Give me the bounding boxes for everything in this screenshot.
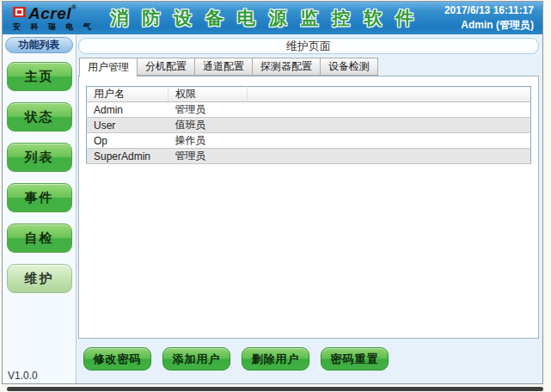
table-header-row: 用户名 权限 — [87, 87, 531, 102]
tab-extension-config[interactable]: 分机配置 — [138, 58, 195, 76]
table-row[interactable]: Op 操作员 — [87, 133, 531, 149]
sidebar-item-home[interactable]: 主页 — [7, 62, 72, 91]
cell-permission: 管理员 — [168, 102, 248, 118]
add-user-button[interactable]: 添加用户 — [162, 347, 230, 371]
app-window: Acrel ® 安 科 瑞 电 气 消 防 设 备 电 源 监 控 软 件 20… — [0, 0, 551, 392]
delete-user-button[interactable]: 删除用户 — [242, 347, 309, 371]
change-password-button[interactable]: 修改密码 — [83, 347, 151, 371]
column-header-username: 用户名 — [87, 87, 168, 102]
app-title: 消 防 设 备 电 源 监 控 软 件 — [111, 6, 419, 30]
user-table: 用户名 权限 Admin 管理员 — [86, 86, 531, 164]
cell-permission: 值班员 — [168, 118, 248, 133]
column-header-empty — [248, 87, 531, 102]
column-header-permission: 权限 — [168, 87, 248, 102]
tab-device-check[interactable]: 设备检测 — [321, 58, 378, 76]
table-row[interactable]: Admin 管理员 — [87, 102, 531, 118]
current-user-label: Admin (管理员) — [444, 18, 534, 33]
sidebar-item-selftest[interactable]: 自检 — [7, 224, 72, 253]
window-shadow — [7, 387, 543, 391]
version-label: V1.0.0 — [8, 370, 38, 382]
sidebar-header: 功能列表 — [5, 37, 73, 53]
tab-channel-config[interactable]: 通道配置 — [195, 58, 253, 76]
registered-mark: ® — [71, 4, 77, 11]
content-area: 功能列表 主页 状态 列表 事件 自检 维护 V1.0.0 维护页面 用户管理 … — [3, 34, 542, 383]
cell-permission: 操作员 — [168, 133, 248, 149]
logo-subtitle: 安 科 瑞 电 气 — [13, 23, 95, 31]
table-row[interactable]: SuperAdmin 管理员 — [87, 149, 531, 164]
sidebar-item-events[interactable]: 事件 — [7, 183, 72, 212]
acrel-logo: Acrel ® 安 科 瑞 电 气 — [13, 5, 95, 31]
app-frame: Acrel ® 安 科 瑞 电 气 消 防 设 备 电 源 监 控 软 件 20… — [2, 1, 543, 384]
cell-username: SuperAdmin — [87, 149, 168, 164]
app-header: Acrel ® 安 科 瑞 电 气 消 防 设 备 电 源 监 控 软 件 20… — [3, 2, 542, 34]
tab-bar: 用户管理 分机配置 通道配置 探测器配置 设备检测 — [79, 58, 540, 76]
datetime-label: 2017/6/13 16:11:17 — [444, 3, 534, 18]
sidebar-item-status[interactable]: 状态 — [7, 102, 72, 132]
cell-permission: 管理员 — [168, 149, 248, 164]
sidebar: 功能列表 主页 状态 列表 事件 自检 维护 V1.0.0 — [3, 34, 77, 383]
action-button-row: 修改密码 添加用户 删除用户 密码重置 — [83, 347, 540, 371]
tab-panel: 用户名 权限 Admin 管理员 — [78, 76, 539, 339]
acrel-logo-top: Acrel ® — [13, 5, 95, 21]
acrel-logo-icon — [13, 7, 26, 17]
main-area: 维护页面 用户管理 分机配置 通道配置 探测器配置 设备检测 用户名 权限 — [77, 34, 542, 383]
cell-username: Admin — [87, 102, 168, 118]
tab-user-management[interactable]: 用户管理 — [79, 58, 138, 77]
cell-username: Op — [87, 133, 168, 149]
logo-brand: Acrel — [28, 5, 71, 21]
tab-detector-config[interactable]: 探测器配置 — [253, 58, 321, 76]
page-title: 维护页面 — [78, 38, 539, 54]
cell-username: User — [87, 118, 168, 133]
sidebar-item-maintenance[interactable]: 维护 — [7, 264, 72, 293]
reset-password-button[interactable]: 密码重置 — [321, 347, 389, 371]
table-row[interactable]: User 值班员 — [87, 118, 531, 133]
header-right: 2017/6/13 16:11:17 Admin (管理员) — [444, 3, 534, 34]
sidebar-item-list[interactable]: 列表 — [7, 143, 72, 172]
